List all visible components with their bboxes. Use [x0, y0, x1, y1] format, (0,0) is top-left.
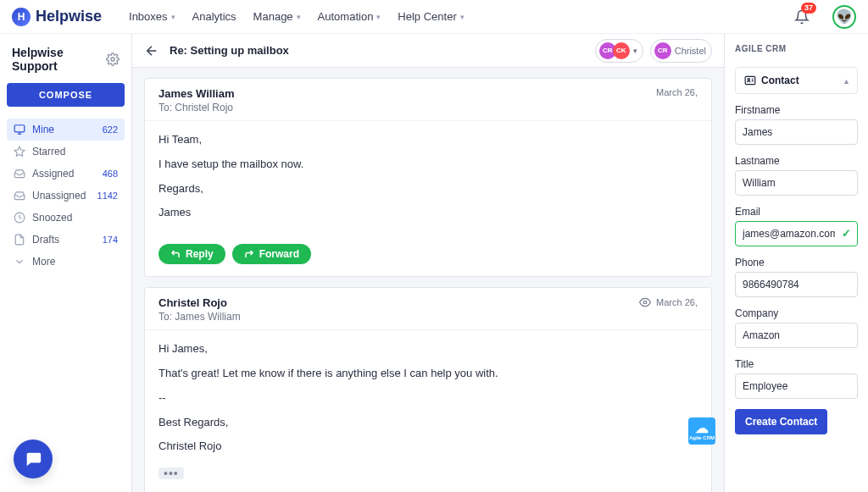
sidebar-item-label: Mine	[32, 124, 96, 135]
svg-marker-2	[14, 146, 25, 156]
message-line: --	[159, 390, 698, 407]
participants: CR CK ▾ CR Christel	[595, 39, 712, 63]
thread-body: James WilliamTo: Christel RojoMarch 26,H…	[132, 68, 724, 492]
chev-icon	[14, 256, 25, 268]
chat-fab[interactable]	[14, 439, 53, 478]
back-button[interactable]	[144, 43, 159, 58]
company-input[interactable]	[735, 323, 858, 348]
message-header: Christel RojoTo: James WilliamMarch 26,	[145, 288, 711, 329]
field-title: Title	[735, 358, 858, 399]
title-input[interactable]	[735, 373, 858, 399]
message-header: James WilliamTo: Christel RojoMarch 26,	[145, 79, 711, 120]
svg-point-6	[748, 79, 749, 80]
expand-quoted-button[interactable]: •••	[159, 467, 184, 479]
chevron-down-icon: ▾	[171, 13, 175, 21]
participant-name: Christel	[675, 46, 706, 56]
clock-icon	[14, 212, 25, 224]
notifications-button[interactable]: 37	[790, 5, 814, 29]
agile-crm-badge[interactable]: ☁ Agile CRM	[688, 417, 715, 445]
rail-section-label: Contact	[761, 75, 799, 86]
field-firstname: Firstname	[735, 104, 858, 145]
message-date: March 26,	[656, 87, 698, 97]
message-from: James William	[159, 87, 234, 100]
sidebar-item-mine[interactable]: Mine622	[7, 119, 125, 141]
participant-single[interactable]: CR Christel	[650, 39, 712, 63]
message-line: Hi James,	[159, 340, 698, 358]
right-rail: AGILE CRM Contact ▴ Firstname Lastname E…	[724, 34, 868, 492]
message-date: March 26,	[639, 296, 698, 308]
message-line: Hi Team,	[159, 131, 698, 149]
sidebar-item-drafts[interactable]: Drafts174	[7, 229, 125, 251]
rail-title: AGILE CRM	[735, 42, 858, 57]
sidebar-item-count: 174	[103, 235, 118, 245]
message-to: To: James William	[159, 311, 241, 323]
sidebar-item-label: More	[32, 256, 111, 268]
cloud-icon: ☁	[695, 422, 709, 435]
nav-analytics[interactable]: Analytics	[192, 10, 236, 23]
message-body: Hi James,That's great! Let me know if th…	[145, 329, 711, 492]
sidebar-item-assigned[interactable]: Assigned468	[7, 163, 125, 185]
message-to: To: Christel Rojo	[159, 102, 234, 113]
field-phone: Phone	[735, 257, 858, 297]
inbox-icon	[14, 190, 25, 202]
reply-button[interactable]: Reply	[159, 244, 225, 264]
sidebar-header: Helpwise Support	[7, 42, 125, 75]
sidebar-item-count: 468	[103, 169, 118, 179]
firstname-input[interactable]	[735, 119, 858, 145]
thread-subject: Re: Setting up mailbox	[170, 44, 585, 57]
create-contact-button[interactable]: Create Contact	[735, 409, 827, 434]
brand-name: Helpwise	[36, 8, 102, 25]
message-from: Christel Rojo	[159, 296, 241, 309]
brand-logo[interactable]: H Helpwise	[12, 8, 102, 26]
sidebar-item-unassigned[interactable]: Unassigned1142	[7, 185, 125, 207]
chevron-down-icon: ▾	[297, 13, 301, 21]
checkmark-icon: ✓	[842, 227, 851, 240]
svg-point-4	[643, 301, 647, 304]
inbox-title: Helpwise Support	[12, 46, 106, 73]
message-card: James WilliamTo: Christel RojoMarch 26,H…	[144, 78, 712, 277]
eye-icon	[639, 296, 651, 308]
nav-manage[interactable]: Manage▾	[253, 10, 301, 23]
sidebar-list: Mine622StarredAssigned468Unassigned1142S…	[7, 119, 125, 273]
message-actions: ReplyForward	[145, 240, 711, 276]
message-line: Best Regards,	[159, 414, 698, 432]
field-lastname: Lastname	[735, 155, 858, 196]
chevron-down-icon: ▾	[633, 47, 637, 55]
sidebar-item-label: Drafts	[32, 234, 96, 246]
logo-mark-icon: H	[12, 8, 31, 26]
nav-inboxes[interactable]: Inboxes▾	[129, 10, 175, 23]
sidebar-item-label: Unassigned	[32, 190, 91, 202]
sidebar-item-label: Snoozed	[32, 212, 111, 224]
message-line: I have setup the mailbox now.	[159, 156, 698, 174]
sidebar-item-starred[interactable]: Starred	[7, 141, 125, 163]
field-email: Email ✓	[735, 206, 858, 246]
sidebar-item-more[interactable]: More	[7, 251, 125, 273]
message-line: That's great! Let me know if there is an…	[159, 365, 698, 383]
email-input[interactable]	[735, 221, 858, 246]
message-card: Christel RojoTo: James WilliamMarch 26,H…	[144, 287, 712, 492]
message-body: Hi Team,I have setup the mailbox now.Reg…	[145, 120, 711, 240]
field-company: Company	[735, 307, 858, 348]
message-line: Regards,	[159, 180, 698, 198]
nav-automation[interactable]: Automation▾	[318, 10, 381, 23]
avatar-chip: CR	[654, 42, 671, 59]
compose-button[interactable]: COMPOSE	[7, 83, 125, 107]
gear-icon[interactable]	[106, 53, 120, 66]
forward-button[interactable]: Forward	[232, 244, 311, 264]
participants-group[interactable]: CR CK ▾	[595, 39, 643, 63]
chevron-up-icon: ▴	[844, 76, 849, 86]
phone-input[interactable]	[735, 272, 858, 297]
notif-badge: 37	[801, 3, 816, 14]
lastname-input[interactable]	[735, 170, 858, 196]
arrow-left-icon	[144, 43, 159, 58]
sidebar-item-snoozed[interactable]: Snoozed	[7, 207, 125, 229]
main-column: Re: Setting up mailbox CR CK ▾ CR Christ…	[132, 34, 724, 492]
nav-help-center[interactable]: Help Center▾	[398, 10, 464, 23]
user-avatar[interactable]: 👽	[832, 5, 856, 29]
sidebar-item-label: Assigned	[32, 168, 96, 180]
sidebar-item-label: Starred	[32, 146, 111, 158]
monitor-icon	[14, 124, 25, 135]
file-icon	[14, 234, 25, 246]
rail-section-contact[interactable]: Contact ▴	[735, 67, 858, 94]
svg-point-0	[111, 58, 114, 61]
